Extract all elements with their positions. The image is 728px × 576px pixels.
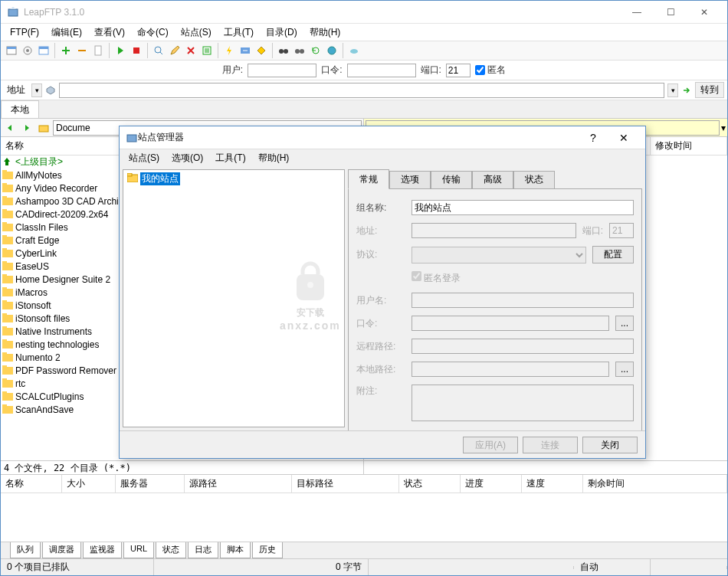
play-icon[interactable]	[113, 43, 128, 58]
edit-icon[interactable]	[167, 43, 182, 58]
menu-edit[interactable]: 编辑(E)	[45, 25, 88, 41]
address-history-icon[interactable]: ▾	[667, 83, 678, 97]
file-name: CyberLink	[15, 248, 57, 259]
maximize-button[interactable]: ☐	[654, 2, 687, 23]
calendar-icon[interactable]	[36, 43, 51, 58]
doc-icon[interactable]	[90, 43, 106, 58]
qcol-srcpath[interactable]: 源路径	[185, 475, 292, 493]
dmenu-site[interactable]: 站点(S)	[123, 150, 166, 166]
local-browse-button[interactable]: ...	[615, 362, 634, 377]
forward-icon[interactable]	[19, 120, 34, 136]
globe-icon[interactable]	[324, 43, 339, 58]
binoculars2-icon[interactable]	[292, 43, 307, 58]
close-dialog-button[interactable]: 关闭	[582, 437, 638, 453]
dtab-options[interactable]: 选项	[389, 171, 431, 189]
go-button[interactable]: 转到	[695, 82, 724, 98]
dmenu-help[interactable]: 帮助(H)	[252, 150, 296, 166]
svg-rect-42	[2, 313, 7, 316]
cloud-icon[interactable]	[346, 43, 362, 58]
back-icon[interactable]	[2, 120, 18, 136]
pass-input[interactable]	[347, 64, 416, 77]
address-dropdown-icon[interactable]: ▾	[31, 83, 42, 97]
menu-view[interactable]: 查看(V)	[88, 25, 131, 41]
btab-queue[interactable]: 队列	[10, 542, 41, 558]
port-label: 端口:	[421, 64, 441, 77]
dialog-close-button[interactable]: ✕	[608, 132, 639, 144]
remote-path-dropdown-icon[interactable]: ▾	[721, 123, 726, 133]
apply-button[interactable]: 应用(A)	[463, 437, 518, 453]
menu-site[interactable]: 站点(S)	[175, 25, 218, 41]
address-input[interactable]	[59, 83, 664, 98]
menu-ftp[interactable]: FTP(F)	[4, 25, 45, 39]
dialog-help-button[interactable]: ?	[578, 132, 608, 144]
minus-icon[interactable]	[74, 43, 90, 58]
diamond-icon[interactable]	[254, 43, 269, 58]
btab-history[interactable]: 历史	[252, 542, 283, 558]
qcol-name[interactable]: 名称	[1, 475, 62, 493]
binoculars-icon[interactable]	[276, 43, 291, 58]
menu-help[interactable]: 帮助(H)	[303, 25, 347, 41]
delete-icon[interactable]	[183, 43, 198, 58]
site-tree[interactable]: 我的站点	[123, 169, 345, 427]
minimize-button[interactable]: —	[620, 2, 654, 23]
dtab-status[interactable]: 状态	[513, 171, 555, 189]
qcol-server[interactable]: 服务器	[116, 475, 185, 493]
sites-icon[interactable]	[4, 43, 19, 58]
tab-local[interactable]: 本地	[1, 100, 39, 118]
anon-checkbox[interactable]	[475, 65, 485, 75]
dtab-general[interactable]: 常规	[348, 169, 389, 189]
tree-root-item[interactable]: 我的站点	[125, 172, 343, 185]
qcol-dstpath[interactable]: 目标路径	[292, 475, 399, 493]
svg-rect-38	[2, 287, 7, 290]
config-icon[interactable]	[199, 43, 215, 58]
folder-icon	[2, 404, 13, 415]
btab-log[interactable]: 日志	[188, 542, 218, 558]
menu-directory[interactable]: 目录(D)	[260, 25, 303, 41]
btab-script[interactable]: 脚本	[220, 542, 251, 558]
file-name: PDF Password Remover	[15, 365, 116, 376]
anon-login-wrap[interactable]: 匿名登录	[412, 271, 461, 285]
plus-icon[interactable]	[58, 43, 74, 58]
menu-command[interactable]: 命令(C)	[131, 25, 175, 41]
btab-scheduler[interactable]: 调度器	[42, 542, 81, 558]
pass-browse-button[interactable]: ...	[615, 316, 634, 331]
dmenu-tools[interactable]: 工具(T)	[209, 150, 251, 166]
dmenu-options[interactable]: 选项(O)	[166, 150, 209, 166]
port-input[interactable]	[446, 64, 471, 77]
rcol-date[interactable]: 修改时间	[651, 137, 727, 155]
qcol-progress[interactable]: 进度	[461, 475, 522, 493]
anon-checkbox-wrap[interactable]: 匿名	[475, 64, 506, 77]
user-input[interactable]	[248, 64, 316, 77]
stop-icon[interactable]	[129, 43, 144, 58]
transfer-icon[interactable]	[238, 43, 253, 58]
gear-icon[interactable]	[20, 43, 35, 58]
connect-button[interactable]: 连接	[523, 437, 578, 453]
refresh-icon[interactable]	[308, 43, 323, 58]
dialog-buttons: 应用(A) 连接 关闭	[120, 430, 645, 458]
menu-tools[interactable]: 工具(T)	[218, 25, 260, 41]
folder-icon[interactable]	[36, 120, 51, 136]
queue-body[interactable]	[1, 493, 727, 542]
go-icon[interactable]	[681, 85, 692, 96]
qcol-size[interactable]: 大小	[62, 475, 116, 493]
svg-rect-7	[95, 46, 101, 55]
btab-url[interactable]: URL	[123, 542, 154, 558]
lightning-icon[interactable]	[221, 43, 237, 58]
file-name: Ashampoo 3D CAD Archi	[15, 196, 119, 207]
qcol-status[interactable]: 状态	[399, 475, 461, 493]
folder-icon	[2, 287, 13, 298]
cube-icon[interactable]	[45, 85, 56, 96]
file-name: Craft Edge	[15, 235, 59, 246]
btab-monitor[interactable]: 监视器	[83, 542, 122, 558]
tree-root-label: 我的站点	[140, 172, 180, 185]
search-icon[interactable]	[151, 43, 166, 58]
dtab-transfer[interactable]: 传输	[431, 171, 472, 189]
dtab-advanced[interactable]: 高级	[472, 171, 513, 189]
close-button[interactable]: ✕	[687, 2, 721, 23]
groupname-input[interactable]	[412, 200, 634, 215]
qcol-speed[interactable]: 速度	[522, 475, 583, 493]
duser-input	[412, 293, 634, 308]
config-button[interactable]: 配置	[592, 246, 634, 263]
qcol-eta[interactable]: 剩余时间	[583, 475, 727, 493]
btab-status[interactable]: 状态	[156, 542, 186, 558]
